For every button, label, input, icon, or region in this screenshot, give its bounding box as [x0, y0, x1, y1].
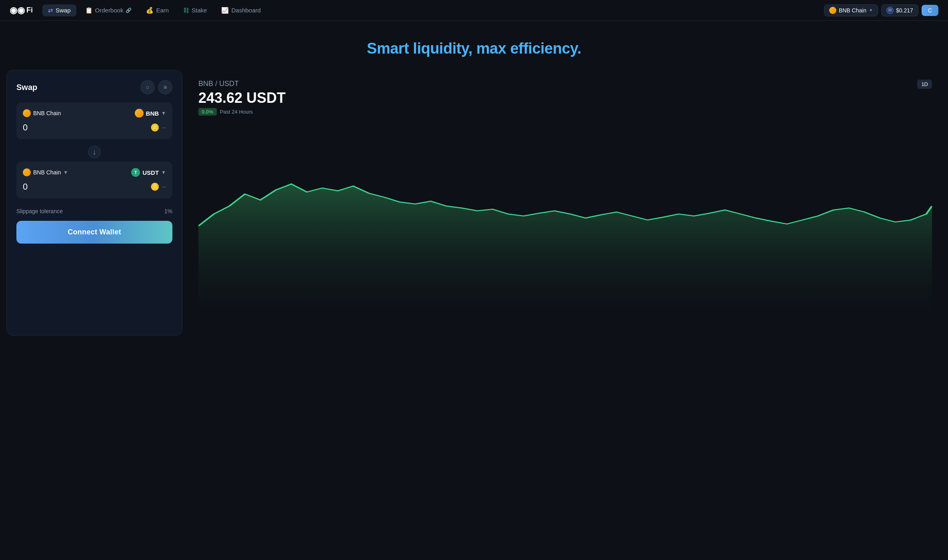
- earn-nav-label: Earn: [156, 7, 169, 14]
- from-chain-icon: [23, 109, 31, 117]
- nav-item-swap[interactable]: ⇄ Swap: [42, 4, 76, 16]
- chart-panel: BNB / USDT 243.62 USDT 0.0% Past 24 Hour…: [189, 70, 942, 336]
- chain-selector[interactable]: BNB Chain ▼: [824, 4, 878, 16]
- chart-header: BNB / USDT 243.62 USDT 0.0% Past 24 Hour…: [198, 80, 932, 116]
- slippage-row: Slippage tolerance 1%: [16, 202, 172, 218]
- swap-panel: Swap ○ ≡ BNB Chain BNB ▼: [6, 70, 182, 336]
- to-amount-input[interactable]: [23, 182, 147, 192]
- logo: ◉◉ Fi: [10, 5, 33, 16]
- main-content: Swap ○ ≡ BNB Chain BNB ▼: [0, 70, 948, 342]
- swap-nav-icon: ⇄: [48, 7, 53, 14]
- connect-wallet-button[interactable]: Connect Wallet: [16, 221, 172, 244]
- from-chain-name: BNB Chain: [33, 110, 61, 116]
- swap-panel-title: Swap: [16, 83, 37, 92]
- earn-nav-icon: 💰: [146, 7, 154, 14]
- chart-svg: [198, 122, 932, 314]
- nav-item-stake[interactable]: ⛓ Stake: [178, 4, 212, 16]
- from-token-input-row: 🪙 --: [23, 122, 166, 133]
- to-chain-name: BNB Chain: [33, 169, 61, 176]
- refresh-button[interactable]: ○: [140, 80, 155, 94]
- from-token-name: BNB: [146, 110, 159, 117]
- change-badge: 0.0%: [198, 108, 217, 116]
- token-price: $0.217: [896, 7, 913, 14]
- orderbook-chain-icon: 🔗: [126, 8, 132, 13]
- chain-name: BNB Chain: [839, 7, 866, 14]
- to-token-chevron-icon: ▼: [161, 170, 166, 175]
- logo-text: Fi: [26, 6, 33, 14]
- to-chain-icon: [23, 168, 31, 176]
- hero-title: Smart liquidity, max efficiency.: [10, 40, 938, 57]
- to-token-name: USDT: [142, 169, 159, 176]
- change-label: Past 24 Hours: [220, 109, 253, 115]
- timeframe-button[interactable]: 1D: [917, 80, 932, 89]
- to-wallet-icon[interactable]: 🪙: [150, 182, 159, 191]
- stake-nav-icon: ⛓: [183, 7, 189, 14]
- logo-icon: ◉◉: [10, 5, 25, 16]
- refresh-icon: ○: [146, 84, 149, 90]
- slippage-value: 1%: [164, 208, 172, 214]
- settings-button[interactable]: ≡: [158, 80, 172, 94]
- dashboard-nav-label: Dashboard: [231, 7, 260, 14]
- orderbook-nav-label: Orderbook: [95, 7, 124, 14]
- connect-wallet-nav-button[interactable]: C: [922, 5, 938, 16]
- to-token-selector[interactable]: T USDT ▼: [131, 168, 166, 177]
- swap-header: Swap ○ ≡: [16, 80, 172, 94]
- stake-nav-label: Stake: [192, 7, 207, 14]
- from-token-selector[interactable]: BNB ▼: [135, 109, 166, 118]
- price-chart: [198, 122, 932, 314]
- bnb-chain-icon: [829, 7, 836, 14]
- chart-info: BNB / USDT 243.62 USDT 0.0% Past 24 Hour…: [198, 80, 286, 116]
- chart-price: 243.62 USDT: [198, 90, 286, 106]
- from-chain-label: BNB Chain: [23, 109, 61, 117]
- from-wallet-icon[interactable]: 🪙: [150, 123, 159, 132]
- nav-item-orderbook[interactable]: 📋 Orderbook 🔗: [80, 4, 138, 16]
- swap-direction-arrow: ↓: [16, 142, 172, 162]
- chart-area-fill: [198, 184, 932, 314]
- navbar: ◉◉ Fi ⇄ Swap 📋 Orderbook 🔗 💰 Earn ⛓ Stak…: [0, 0, 948, 21]
- price-badge: W $0.217: [881, 4, 918, 16]
- chart-pair-label: BNB / USDT: [198, 80, 286, 88]
- swap-nav-label: Swap: [56, 7, 71, 14]
- from-amount-input[interactable]: [23, 122, 147, 133]
- from-token-icon: [135, 109, 144, 118]
- from-token-section: BNB Chain BNB ▼ 🪙 --: [16, 102, 172, 139]
- swap-direction-button[interactable]: ↓: [88, 146, 101, 158]
- to-chain-label[interactable]: BNB Chain ▼: [23, 168, 68, 176]
- arrow-down-icon: ↓: [93, 148, 96, 156]
- from-token-chevron-icon: ▼: [161, 110, 166, 116]
- connect-wallet-label: Connect Wallet: [68, 228, 121, 236]
- timeframe-label: 1D: [921, 81, 928, 87]
- nav-item-earn[interactable]: 💰 Earn: [140, 4, 174, 16]
- to-balance: --: [162, 184, 166, 190]
- orderbook-nav-icon: 📋: [85, 7, 93, 14]
- hero-section: Smart liquidity, max efficiency.: [0, 21, 948, 70]
- nav-item-dashboard[interactable]: 📈 Dashboard: [216, 4, 266, 16]
- to-chain-chevron-icon: ▼: [63, 170, 68, 175]
- to-token-section: BNB Chain ▼ T USDT ▼ 🪙 --: [16, 162, 172, 198]
- to-token-input-row: 🪙 --: [23, 182, 166, 192]
- slippage-label: Slippage tolerance: [16, 208, 63, 214]
- dashboard-nav-icon: 📈: [221, 7, 229, 14]
- to-token-header: BNB Chain ▼ T USDT ▼: [23, 168, 166, 177]
- chart-change-row: 0.0% Past 24 Hours: [198, 108, 286, 116]
- settings-icon: ≡: [164, 84, 167, 90]
- w-token-icon: W: [886, 7, 894, 14]
- swap-action-buttons: ○ ≡: [140, 80, 172, 94]
- to-token-icon: T: [131, 168, 140, 177]
- from-token-header: BNB Chain BNB ▼: [23, 109, 166, 118]
- from-balance: --: [162, 124, 166, 131]
- chain-chevron-icon: ▼: [869, 8, 873, 12]
